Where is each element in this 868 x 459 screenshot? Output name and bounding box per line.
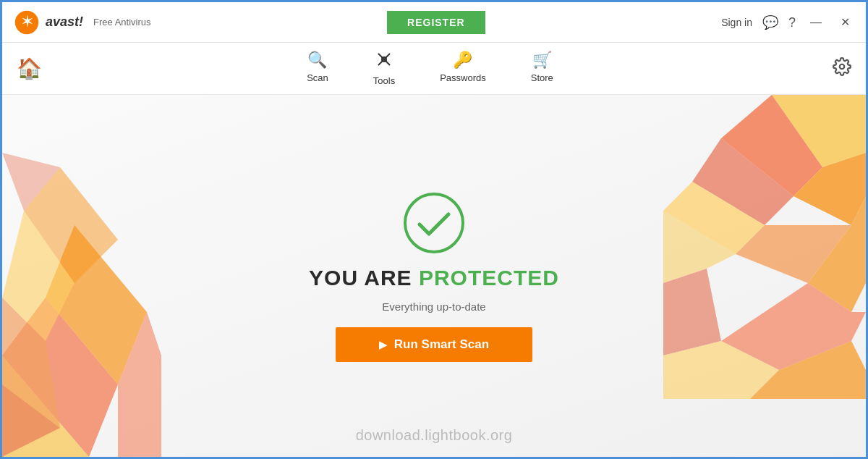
watermark-text: download.lightbook.org — [356, 427, 513, 444]
main-content: YOU ARE PROTECTED Everything up-to-date … — [2, 95, 866, 457]
title-bar-right: Sign in 💬 ? — ✕ — [721, 14, 854, 30]
store-label: Store — [531, 72, 553, 83]
play-icon: ▶ — [379, 339, 387, 350]
store-icon: 🛒 — [532, 51, 552, 70]
nav-item-tools[interactable]: Tools — [362, 46, 407, 90]
svg-text:✶: ✶ — [22, 14, 33, 29]
svg-marker-23 — [663, 269, 721, 355]
status-area: YOU ARE PROTECTED Everything up-to-date … — [309, 190, 559, 362]
passwords-label: Passwords — [440, 72, 486, 83]
nav-bar: 🏠 🔍 Scan Tools 🔑 Passwords — [2, 43, 866, 95]
chat-icon[interactable]: 💬 — [762, 16, 778, 29]
status-highlight: PROTECTED — [419, 266, 559, 290]
svg-point-5 — [840, 64, 845, 69]
passwords-icon: 🔑 — [453, 51, 472, 70]
run-scan-label: Run Smart Scan — [394, 337, 489, 352]
home-nav-item[interactable]: 🏠 — [17, 56, 42, 80]
settings-nav-item[interactable] — [833, 57, 851, 80]
app-window: ✶ avast! Free Antivirus REGISTER Sign in… — [2, 2, 866, 457]
app-subtitle: Free Antivirus — [93, 17, 150, 28]
tools-label: Tools — [373, 75, 395, 86]
help-icon[interactable]: ? — [788, 16, 796, 29]
deco-left — [2, 95, 161, 457]
app-name: avast! — [46, 14, 83, 30]
svg-point-27 — [405, 194, 463, 252]
scan-label: Scan — [307, 72, 328, 83]
title-bar-center: REGISTER — [151, 11, 722, 34]
register-button[interactable]: REGISTER — [387, 11, 485, 34]
title-bar: ✶ avast! Free Antivirus REGISTER Sign in… — [2, 2, 866, 43]
minimize-button[interactable]: — — [806, 14, 826, 30]
status-title: YOU ARE PROTECTED — [309, 266, 559, 290]
deco-right — [663, 95, 866, 457]
nav-item-passwords[interactable]: 🔑 Passwords — [428, 46, 498, 90]
nav-item-store[interactable]: 🛒 Store — [519, 46, 565, 90]
status-subtitle: Everything up-to-date — [382, 300, 485, 313]
avast-logo-icon: ✶ — [14, 9, 40, 35]
sign-in-link[interactable]: Sign in — [721, 17, 752, 28]
logo-area: ✶ avast! Free Antivirus — [14, 9, 151, 35]
check-circle-icon — [401, 190, 467, 256]
scan-icon: 🔍 — [307, 51, 327, 70]
tools-icon — [375, 51, 393, 72]
status-prefix: YOU ARE — [309, 266, 419, 290]
nav-items: 🔍 Scan Tools 🔑 Passwords 🛒 S — [71, 46, 789, 90]
nav-item-scan[interactable]: 🔍 Scan — [295, 46, 340, 90]
close-button[interactable]: ✕ — [836, 14, 854, 30]
run-smart-scan-button[interactable]: ▶ Run Smart Scan — [336, 327, 532, 362]
